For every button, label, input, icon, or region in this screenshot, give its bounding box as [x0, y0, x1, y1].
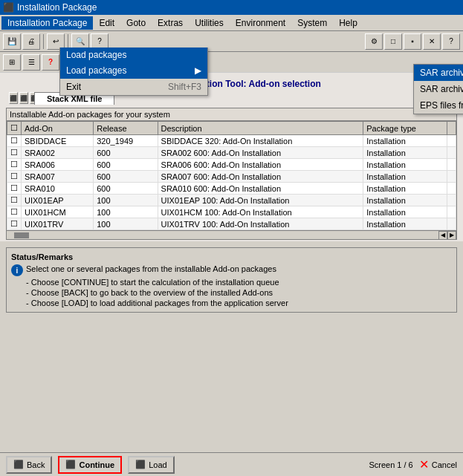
row-description: SBIDDACE 320: Add-On Installation: [158, 135, 363, 147]
tab-btn1[interactable]: ⬛: [9, 92, 18, 104]
row-checkbox[interactable]: ☐: [7, 135, 22, 147]
row-description: UIX01EAP 100: Add-On Installation: [158, 195, 363, 206]
back-icon: ⬛: [13, 460, 24, 469]
tab-btn2[interactable]: ⬛: [19, 92, 28, 104]
continue-button[interactable]: ⬛ Continue: [58, 456, 122, 474]
toolbar-settings[interactable]: ⚙: [365, 33, 383, 50]
scroll-right[interactable]: ▶: [447, 231, 456, 240]
load-packages-title: Load packages: [66, 50, 126, 60]
row-extra: [447, 171, 456, 183]
row-release: 100: [94, 195, 158, 206]
table-row[interactable]: ☐ SRA007 600 SRA007 600: Add-On Installa…: [7, 171, 456, 183]
row-checkbox[interactable]: ☐: [7, 218, 22, 230]
bottom-bar: ⬛ Back ⬛ Continue ⬛ Load Screen 1 / 6 ✕ …: [0, 452, 463, 476]
table-row[interactable]: ☐ UIX01TRV 100 UIX01TRV 100: Add-On Inst…: [7, 218, 456, 230]
screen-info: Screen 1 / 6: [369, 460, 412, 469]
load-button[interactable]: ⬛ Load: [128, 456, 174, 474]
menu-goto[interactable]: Goto: [120, 16, 152, 30]
toolbar-layout[interactable]: □: [384, 33, 402, 50]
table-row[interactable]: ☐ SRA010 600 SRA010 600: Add-On Installa…: [7, 183, 456, 195]
scroll-left[interactable]: ◀: [438, 231, 447, 240]
row-description: SRA002 600: Add-On Installation: [158, 147, 363, 159]
row-description: SRA007 600: Add-On Installation: [158, 171, 363, 183]
toolbar-window[interactable]: ▪: [404, 33, 421, 50]
sar-archives-frontend[interactable]: SAR archives from Front End: [414, 65, 463, 81]
exit-item[interactable]: Exit Shift+F3: [60, 79, 207, 95]
row-addon: SRA007: [22, 171, 94, 183]
cancel-button[interactable]: ✕ Cancel: [419, 457, 457, 472]
row-pkgtype: Installation: [363, 206, 447, 218]
row-release: 320_1949: [94, 135, 158, 147]
toolbar-print[interactable]: 🖨: [22, 33, 40, 50]
menu-utilities[interactable]: Utilities: [189, 16, 230, 30]
toolbar2-grid[interactable]: ⊞: [3, 54, 21, 71]
table-header-row: Installable Add-on packages for your sys…: [7, 108, 456, 121]
addon-table: ☐ Add-On Release Description Package typ…: [7, 121, 456, 230]
toolbar-save[interactable]: 💾: [3, 33, 21, 50]
menu-installation-package[interactable]: Installation Package: [1, 16, 93, 30]
menu-help[interactable]: Help: [333, 16, 363, 30]
row-description: SRA010 600: Add-On Installation: [158, 183, 363, 195]
status-area: Status/Remarks i Select one or several p…: [0, 241, 463, 319]
row-description: UIX01HCM 100: Add-On Installation: [158, 206, 363, 218]
row-pkgtype: Installation: [363, 195, 447, 206]
row-checkbox[interactable]: ☐: [7, 206, 22, 218]
col-addon: Add-On: [22, 122, 94, 135]
title-bar-text: Installation Package: [17, 2, 97, 13]
row-release: 600: [94, 159, 158, 171]
info-icon: i: [11, 264, 23, 276]
row-pkgtype: Installation: [363, 218, 447, 230]
toolbar-question[interactable]: ?: [442, 33, 460, 50]
menu-environment[interactable]: Environment: [230, 16, 291, 30]
continue-icon: ⬛: [65, 460, 76, 469]
col-description: Description: [158, 122, 363, 135]
menu-system[interactable]: System: [291, 16, 333, 30]
eps-files-appserver[interactable]: EPS files from application server: [414, 97, 463, 114]
row-extra: [447, 159, 456, 171]
row-extra: [447, 206, 456, 218]
row-addon: SRA006: [22, 159, 94, 171]
load-packages-menu: Load packages Load packages ▶ Exit Shift…: [59, 48, 208, 96]
col-pkgtype: Package type: [363, 122, 447, 135]
row-checkbox[interactable]: ☐: [7, 183, 22, 195]
row-extra: [447, 218, 456, 230]
row-pkgtype: Installation: [363, 159, 447, 171]
scrollbar-h-thumb[interactable]: [14, 232, 29, 238]
menu-edit[interactable]: Edit: [93, 16, 120, 30]
row-addon: UIX01EAP: [22, 195, 94, 206]
back-button[interactable]: ⬛ Back: [6, 456, 52, 474]
title-bar: ⬛ Installation Package: [0, 0, 463, 15]
row-pkgtype: Installation: [363, 171, 447, 183]
row-checkbox[interactable]: ☐: [7, 147, 22, 159]
row-checkbox[interactable]: ☐: [7, 171, 22, 183]
menu-bar: Installation Package Edit Goto Extras Ut…: [0, 15, 463, 31]
table-row[interactable]: ☐ SRA002 600 SRA002 600: Add-On Installa…: [7, 147, 456, 159]
sar-archives-appserver[interactable]: SAR archives from application server: [414, 81, 463, 97]
row-release: 600: [94, 183, 158, 195]
status-bullet-1: - Choose [CONTINUE] to start the calcula…: [26, 278, 452, 287]
row-extra: [447, 195, 456, 206]
table-row[interactable]: ☐ UIX01EAP 100 UIX01EAP 100: Add-On Inst…: [7, 195, 456, 206]
table-row[interactable]: ☐ UIX01HCM 100 UIX01HCM 100: Add-On Inst…: [7, 206, 456, 218]
table-row[interactable]: ☐ SBIDDACE 320_1949 SBIDDACE 320: Add-On…: [7, 135, 456, 147]
col-release: Release: [94, 122, 158, 135]
col-extra: [447, 122, 456, 135]
row-addon: UIX01TRV: [22, 218, 94, 230]
toolbar2-list[interactable]: ☰: [22, 54, 40, 71]
load-icon: ⬛: [135, 460, 146, 469]
load-packages-item[interactable]: Load packages ▶: [60, 62, 207, 79]
sap-logo: ⬛: [3, 2, 14, 13]
table-row[interactable]: ☐ SRA006 600 SRA006 600: Add-On Installa…: [7, 159, 456, 171]
row-checkbox[interactable]: ☐: [7, 195, 22, 206]
row-release: 600: [94, 171, 158, 183]
row-checkbox[interactable]: ☐: [7, 159, 22, 171]
status-main-row: i Select one or several packages from th…: [11, 264, 452, 276]
scrollbar-horizontal[interactable]: ◀ ▶: [7, 230, 456, 239]
sar-submenu: SAR archives from Front End SAR archives…: [413, 64, 463, 114]
separator1: [43, 34, 44, 49]
row-extra: [447, 147, 456, 159]
menu-extras[interactable]: Extras: [152, 16, 189, 30]
toolbar-close[interactable]: ✕: [423, 33, 441, 50]
toolbar2-question-red[interactable]: ?: [42, 54, 59, 71]
table-container: Installable Add-on packages for your sys…: [6, 108, 457, 240]
